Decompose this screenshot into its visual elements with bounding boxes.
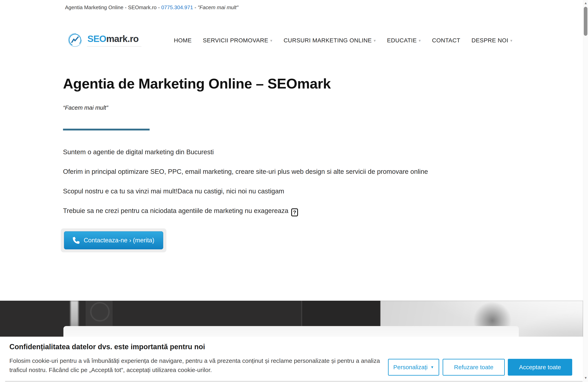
content-card: [63, 326, 519, 337]
chevron-down-icon: ▾: [374, 38, 376, 42]
vertical-scrollbar[interactable]: ▲ ▼: [583, 0, 588, 382]
scroll-up-icon[interactable]: ▲: [583, 1, 588, 5]
scrollbar-thumb[interactable]: [584, 7, 588, 36]
logo-wordmark: SEOmark.ro: [87, 33, 141, 47]
nav-item-educatie[interactable]: EDUCATIE▾: [387, 37, 421, 44]
nav-label: CONTACT: [432, 37, 461, 44]
hero-paragraph-text: Trebuie sa ne crezi pentru ca niciodata …: [63, 207, 288, 214]
cookie-reject-button[interactable]: Refuzare toate: [442, 359, 505, 376]
topbar: Agentia Marketing Online - SEOmark.ro - …: [65, 4, 238, 11]
nav-item-home[interactable]: HOME: [174, 37, 192, 44]
nav-label: DESPRE NOI: [472, 37, 508, 44]
hero-paragraph: Trebuie sa ne crezi pentru ca niciodata …: [63, 207, 428, 216]
contact-cta-button[interactable]: Contacteaza-ne › (merita): [64, 231, 163, 249]
nav-label: HOME: [174, 37, 192, 44]
logo-text-domain: mark.ro: [106, 34, 139, 44]
photo-emblem: [90, 302, 109, 321]
nav-item-contact[interactable]: CONTACT: [432, 37, 461, 44]
cookie-accept-button[interactable]: Acceptare toate: [508, 359, 572, 376]
hero-paragraph: Suntem o agentie de digital marketing di…: [63, 148, 428, 156]
site-logo[interactable]: SEOmark.ro: [67, 32, 141, 48]
chevron-down-icon: ▾: [419, 38, 421, 42]
bottom-edge-strip: [5, 381, 583, 382]
cookie-reject-label: Refuzare toate: [454, 364, 493, 371]
hero-paragraph: Scopul nostru e ca tu sa vinzi mai mult!…: [63, 187, 428, 195]
hero-paragraphs: Suntem o agentie de digital marketing di…: [63, 148, 428, 228]
nav-label: SERVICII PROMOVARE: [203, 37, 268, 44]
cta-button-wrapper: Contacteaza-ne › (merita): [61, 228, 167, 252]
topbar-separator: -: [193, 4, 198, 10]
phone-link[interactable]: 0775.304.971: [161, 4, 193, 10]
cookie-title: Confidențialitatea datelor dvs. este imp…: [9, 343, 205, 351]
hero-tagline: “Facem mai mult”: [63, 104, 108, 111]
cookie-customize-label: Personalizați: [393, 364, 428, 371]
cookie-accept-label: Acceptare toate: [519, 364, 561, 371]
missing-emoji-glyph: ?: [291, 208, 298, 216]
cookie-body: Folosim cookie-uri pentru a vă îmbunătăț…: [9, 356, 387, 375]
divider: [63, 129, 150, 131]
browser-viewport: Agentia Marketing Online - SEOmark.ro - …: [0, 0, 588, 382]
nav-item-cursuri-marketing-online[interactable]: CURSURI MARKETING ONLINE▾: [284, 37, 376, 44]
cookie-customize-button[interactable]: Personalizați▼: [388, 359, 439, 376]
scroll-down-icon[interactable]: ▼: [583, 376, 588, 380]
page-title: Agentia de Marketing Online – SEOmark: [63, 76, 331, 92]
phone-icon: [73, 237, 80, 244]
chevron-down-icon: ▾: [270, 38, 273, 42]
topbar-text: Agentia Marketing Online - SEOmark.ro -: [65, 4, 161, 10]
nav-item-despre-noi[interactable]: DESPRE NOI▾: [472, 37, 512, 44]
chevron-down-icon: ▾: [510, 38, 512, 42]
dropdown-arrow-icon: ▼: [430, 365, 434, 369]
nav-label: EDUCATIE: [387, 37, 417, 44]
nav-item-servicii-promovare[interactable]: SERVICII PROMOVARE▾: [203, 37, 273, 44]
logo-chart-icon: [67, 32, 83, 48]
cta-label: Contacteaza-ne › (merita): [84, 237, 154, 244]
cookie-banner: Confidențialitatea datelor dvs. este imp…: [0, 337, 588, 382]
hero-paragraph: Oferim in principal optimizare SEO, PPC,…: [63, 167, 428, 176]
logo-text-seo: SEO: [87, 34, 106, 44]
nav-label: CURSURI MARKETING ONLINE: [284, 37, 372, 44]
main-nav: HOME SERVICII PROMOVARE▾ CURSURI MARKETI…: [174, 37, 512, 44]
topbar-tagline: "Facem mai mult": [198, 4, 238, 10]
